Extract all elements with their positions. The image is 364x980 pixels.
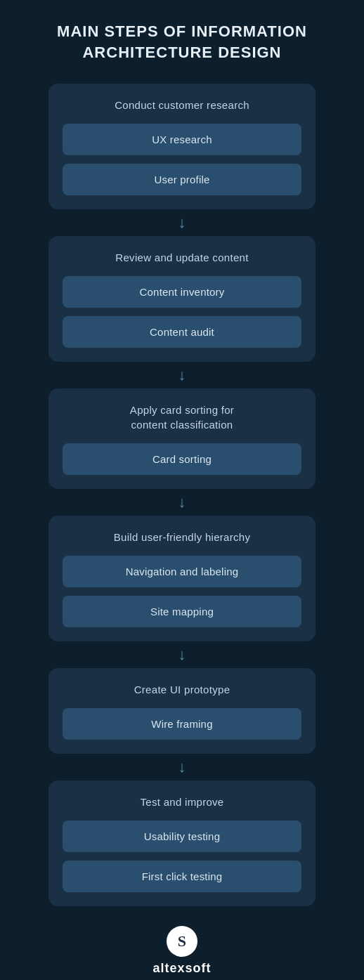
arrow-4: ↓ <box>48 754 316 780</box>
step-item-4-0[interactable]: Wire framing <box>63 708 301 740</box>
step-label-1: Review and update content <box>63 250 301 265</box>
step-item-0-1[interactable]: User profile <box>63 164 301 195</box>
step-item-1-0[interactable]: Content inventory <box>63 276 301 308</box>
arrow-3: ↓ <box>48 641 316 668</box>
logo-icon: S <box>167 926 197 957</box>
step-label-4: Create UI prototype <box>63 682 301 697</box>
step-label-2: Apply card sorting for content classific… <box>63 403 301 432</box>
step-box-0: Conduct customer researchUX researchUser… <box>48 84 316 209</box>
step-item-3-1[interactable]: Site mapping <box>63 596 301 627</box>
step-box-5: Test and improveUsability testingFirst c… <box>48 780 316 906</box>
step-item-5-0[interactable]: Usability testing <box>63 821 301 852</box>
logo-name: altexsoft <box>152 961 211 976</box>
step-item-0-0[interactable]: UX research <box>63 124 301 155</box>
page-title: MAIN STEPS OF INFORMATION ARCHITECTURE D… <box>57 21 307 63</box>
logo-section: S altexsoft software r&d engineering <box>135 926 229 980</box>
step-item-5-1[interactable]: First click testing <box>63 861 301 892</box>
arrow-0: ↓ <box>48 209 316 236</box>
arrow-2: ↓ <box>48 489 316 516</box>
steps-container: Conduct customer researchUX researchUser… <box>48 84 316 906</box>
step-item-1-1[interactable]: Content audit <box>63 316 301 348</box>
step-item-3-0[interactable]: Navigation and labeling <box>63 556 301 587</box>
step-label-0: Conduct customer research <box>63 98 301 112</box>
step-box-1: Review and update contentContent invento… <box>48 236 316 362</box>
arrow-1: ↓ <box>48 362 316 388</box>
step-box-3: Build user-friendly hierarchyNavigation … <box>48 516 316 641</box>
step-item-2-0[interactable]: Card sorting <box>63 443 301 475</box>
step-label-5: Test and improve <box>63 795 301 809</box>
step-box-2: Apply card sorting for content classific… <box>48 388 316 489</box>
step-box-4: Create UI prototypeWire framing <box>48 668 316 754</box>
step-label-3: Build user-friendly hierarchy <box>63 530 301 544</box>
logo-letter: S <box>178 932 186 950</box>
